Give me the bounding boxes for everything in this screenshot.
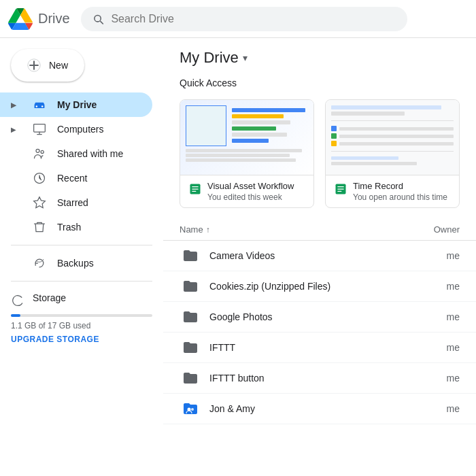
sidebar-divider-2 (11, 281, 152, 282)
starred-icon (33, 196, 46, 209)
svg-point-3 (41, 105, 44, 107)
time-preview-1 (326, 100, 459, 175)
plus-icon (27, 58, 41, 72)
svg-point-11 (191, 408, 194, 411)
card-info-1: Time Record You open around this time (326, 175, 459, 207)
table-row[interactable]: Camera Videos me (163, 241, 476, 271)
sidebar-backups-label: Backups (57, 258, 94, 269)
sidebar-my-drive-label: My Drive (57, 99, 97, 110)
sidebar-recent-label: Recent (57, 173, 87, 184)
file-owner-5: me (405, 403, 460, 414)
sidebar-item-my-drive[interactable]: ▶ My Drive (0, 92, 152, 117)
time-line-1a (331, 105, 441, 109)
app-header: Drive (0, 0, 476, 38)
upgrade-storage-link[interactable]: UPGRADE STORAGE (11, 335, 152, 344)
search-bar[interactable] (81, 7, 407, 31)
search-input[interactable] (111, 13, 396, 25)
logo: Drive (8, 7, 70, 31)
quick-access-title: Quick Access (163, 72, 476, 94)
shared-icon (33, 147, 46, 160)
file-owner-2: me (405, 311, 460, 322)
file-table-header: Name ↑ Owner (163, 219, 476, 241)
col-owner-header: Owner (405, 224, 460, 235)
table-row[interactable]: Google Photos me (163, 302, 476, 333)
people-folder-icon-5 (180, 398, 201, 420)
svg-point-6 (41, 150, 44, 153)
col-name-header[interactable]: Name ↑ (180, 224, 405, 235)
sidebar: New ▶ My Drive ▶ Computers ▶ (0, 38, 163, 476)
file-name-4: IFTTT button (209, 373, 405, 384)
backups-icon (33, 256, 46, 270)
quick-access-card-0[interactable]: Visual Asset Workflow You edited this we… (180, 99, 314, 208)
sidebar-item-backups[interactable]: ▶ Backups (0, 251, 152, 275)
table-row[interactable]: IFTTT me (163, 333, 476, 363)
storage-bar (11, 314, 152, 317)
card-text-0: Visual Asset Workflow You edited this we… (207, 181, 294, 202)
svg-point-2 (36, 105, 38, 107)
file-owner-0: me (405, 250, 460, 261)
main-content: My Drive ▾ Quick Access (163, 38, 476, 476)
sidebar-divider (11, 245, 152, 245)
card-thumbnail-1 (326, 100, 459, 175)
expand-arrow-icon: ▶ (11, 101, 22, 109)
table-row[interactable]: Jon & Amy me (163, 394, 476, 424)
folder-icon-2 (180, 306, 201, 328)
card-thumbnail-0 (180, 100, 313, 175)
folder-icon-4 (180, 367, 201, 389)
card-info-0: Visual Asset Workflow You edited this we… (180, 175, 313, 207)
sidebar-computers-label: Computers (57, 124, 103, 135)
trash-icon (33, 220, 46, 234)
sidebar-item-shared[interactable]: ▶ Shared with me (0, 141, 152, 166)
file-owner-4: me (405, 373, 460, 384)
quick-access-card-1[interactable]: Time Record You open around this time (325, 99, 460, 208)
sheets-icon-1 (334, 182, 347, 196)
recent-icon (33, 171, 46, 185)
card-subtitle-1: You open around this time (353, 192, 447, 202)
file-table: Name ↑ Owner Camera Videos me (163, 219, 476, 424)
folder-icon-3 (180, 337, 201, 358)
new-button-label: New (49, 60, 68, 71)
sidebar-item-trash[interactable]: ▶ Trash (0, 215, 152, 239)
app-title: Drive (38, 11, 70, 27)
svg-rect-4 (34, 124, 46, 133)
title-dropdown-icon[interactable]: ▾ (243, 52, 248, 63)
sidebar-item-computers[interactable]: ▶ Computers (0, 117, 152, 141)
sheet-lines-0 (186, 105, 308, 169)
table-row[interactable]: IFTTT button me (163, 363, 476, 394)
card-subtitle-0: You edited this week (207, 192, 294, 202)
page-title: My Drive (180, 49, 239, 67)
file-name-0: Camera Videos (209, 250, 405, 261)
sidebar-shared-label: Shared with me (57, 148, 123, 159)
sort-icon: ↑ (206, 225, 210, 235)
sheet-preview-0 (180, 100, 313, 175)
new-button[interactable]: New (11, 49, 84, 82)
file-name-5: Jon & Amy (209, 403, 405, 414)
card-text-1: Time Record You open around this time (353, 181, 447, 202)
file-name-2: Google Photos (209, 311, 405, 322)
my-drive-icon (33, 98, 46, 112)
folder-icon-1 (180, 275, 201, 297)
file-name-3: IFTTT (209, 342, 405, 353)
storage-text: 1.1 GB of 17 GB used (11, 321, 152, 330)
quick-access-section: Visual Asset Workflow You edited this we… (163, 94, 476, 219)
folder-icon-0 (180, 245, 201, 267)
sidebar-item-starred[interactable]: ▶ Starred (0, 190, 152, 215)
expand-arrow-computers-icon: ▶ (11, 126, 22, 133)
main-header: My Drive ▾ (163, 38, 476, 72)
file-name-1: Cookies.zip (Unzipped Files) (209, 281, 405, 292)
file-owner-3: me (405, 342, 460, 353)
sidebar-trash-label: Trash (57, 222, 81, 233)
search-icon (92, 12, 105, 26)
storage-section: Storage 1.1 GB of 17 GB used UPGRADE STO… (0, 287, 163, 350)
sidebar-starred-label: Starred (57, 197, 88, 208)
storage-label: Storage (33, 292, 66, 303)
col-owner-label: Owner (434, 224, 460, 235)
card-name-0: Visual Asset Workflow (207, 181, 294, 191)
sidebar-item-recent[interactable]: ▶ Recent (0, 166, 152, 190)
file-owner-1: me (405, 281, 460, 292)
storage-bar-fill (11, 314, 20, 317)
svg-point-5 (36, 149, 39, 152)
storage-icon (11, 294, 24, 307)
table-row[interactable]: Cookies.zip (Unzipped Files) me (163, 271, 476, 302)
col-name-label: Name (180, 224, 203, 235)
